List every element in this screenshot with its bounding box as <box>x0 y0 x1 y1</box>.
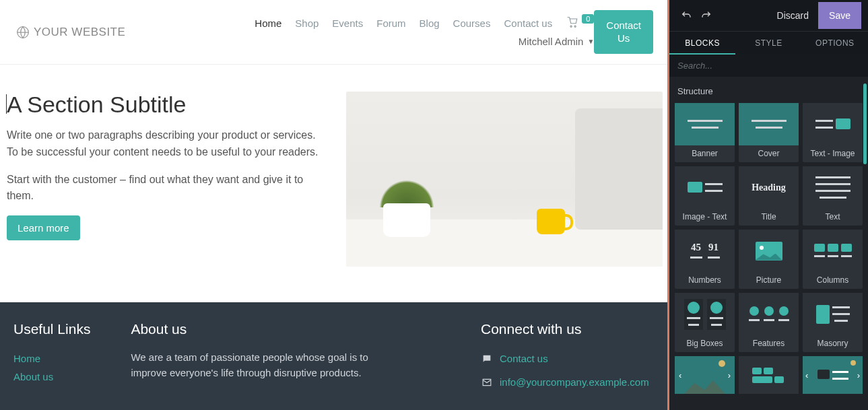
tab-style[interactable]: STYLE <box>735 32 801 55</box>
redo-button[interactable] <box>696 5 716 26</box>
footer-connect-col: Connect with us Contact us info@yourcomp… <box>481 321 656 397</box>
nav-events[interactable]: Events <box>332 18 363 29</box>
footer-connect-title: Connect with us <box>481 321 656 337</box>
footer-email-link[interactable]: info@yourcompany.example.com <box>500 373 649 391</box>
section-title[interactable]: A Section Subtitle <box>7 92 322 118</box>
website-preview: YOUR WEBSITE Home Shop Events Forum Blog… <box>0 0 669 410</box>
nav-blog[interactable]: Blog <box>420 18 440 29</box>
chevron-left-icon: ‹ <box>679 370 681 380</box>
cart-icon <box>566 17 579 29</box>
footer-about-title: About us <box>131 321 440 337</box>
block-banner[interactable]: Banner <box>675 103 735 162</box>
footer-link-home[interactable]: Home <box>13 349 90 368</box>
tab-options[interactable]: OPTIONS <box>802 32 868 55</box>
nav-home[interactable]: Home <box>255 18 281 29</box>
tab-blocks[interactable]: BLOCKS <box>669 32 735 55</box>
logo-text: YOUR WEBSITE <box>34 26 125 39</box>
globe-icon <box>16 26 30 39</box>
editor-body: Structure Banner Cover Text - Image Imag… <box>669 77 868 410</box>
nav-shop[interactable]: Shop <box>295 18 319 29</box>
learn-more-button[interactable]: Learn more <box>7 215 80 240</box>
block-text-image[interactable]: Text - Image <box>803 103 863 162</box>
block-text[interactable]: Text <box>803 166 863 226</box>
footer-about-text: We are a team of passionate people whose… <box>131 349 400 381</box>
block-media-list[interactable] <box>739 356 799 394</box>
site-logo[interactable]: YOUR WEBSITE <box>16 26 125 39</box>
block-numbers[interactable]: 4591 Numbers <box>675 230 735 289</box>
cart-count-badge: 0 <box>582 14 594 24</box>
redo-icon <box>701 10 712 21</box>
desk-photo-placeholder <box>346 92 663 267</box>
block-masonry[interactable]: Masonry <box>803 293 863 352</box>
envelope-icon <box>481 378 493 387</box>
block-search-input[interactable] <box>669 55 868 77</box>
cart-button[interactable]: 0 <box>566 17 594 29</box>
footer-contact-link[interactable]: Contact us <box>500 349 548 368</box>
block-columns[interactable]: Columns <box>803 230 863 289</box>
save-button[interactable]: Save <box>818 2 861 29</box>
block-carousel[interactable]: ‹› <box>675 356 735 394</box>
editor-panel: Discard Save BLOCKS STYLE OPTIONS Struct… <box>669 0 868 410</box>
block-image-text[interactable]: Image - Text <box>675 166 735 226</box>
section-paragraph-1[interactable]: Write one or two paragraphs describing y… <box>7 127 322 161</box>
block-showcase[interactable]: ‹› <box>803 356 863 394</box>
undo-button[interactable] <box>676 5 696 26</box>
block-title[interactable]: Heading Title <box>739 166 799 226</box>
block-cover[interactable]: Cover <box>739 103 799 162</box>
footer-links-col: Useful Links Home About us <box>13 321 90 397</box>
structure-label: Structure <box>677 86 860 96</box>
chevron-right-icon: › <box>728 370 731 380</box>
block-big-boxes[interactable]: Big Boxes <box>675 293 735 352</box>
block-picture[interactable]: Picture <box>739 230 799 289</box>
user-menu[interactable]: Mitchell Admin ▼ <box>519 36 595 47</box>
chevron-right-icon: › <box>857 370 860 380</box>
caret-down-icon: ▼ <box>587 38 594 45</box>
nav-contact[interactable]: Contact us <box>504 18 552 29</box>
block-grid: Banner Cover Text - Image Image - Text H… <box>675 103 863 394</box>
footer-link-about[interactable]: About us <box>13 368 90 386</box>
site-header: YOUR WEBSITE Home Shop Events Forum Blog… <box>0 0 669 65</box>
footer-about-col: About us We are a team of passionate peo… <box>131 321 440 397</box>
site-footer: Useful Links Home About us About us We a… <box>0 302 669 410</box>
user-name: Mitchell Admin <box>519 36 584 47</box>
nav-courses[interactable]: Courses <box>453 18 491 29</box>
chevron-left-icon: ‹ <box>805 370 808 380</box>
text-cursor <box>6 94 7 114</box>
section-paragraph-2[interactable]: Start with the customer – find out what … <box>7 172 322 205</box>
footer-links-title: Useful Links <box>13 321 90 337</box>
chat-icon <box>481 353 493 364</box>
nav-forum[interactable]: Forum <box>376 18 405 29</box>
editor-scrollbar[interactable] <box>863 83 867 164</box>
editor-toolbar: Discard Save <box>669 0 868 31</box>
section-image[interactable] <box>342 92 663 275</box>
section-subtitle-block[interactable]: A Section Subtitle Write one or two para… <box>0 65 669 302</box>
undo-icon <box>681 10 692 21</box>
editor-tabs: BLOCKS STYLE OPTIONS <box>669 31 868 55</box>
contact-us-button[interactable]: Contact Us <box>594 10 653 55</box>
block-features[interactable]: Features <box>739 293 799 352</box>
discard-button[interactable]: Discard <box>768 2 818 29</box>
